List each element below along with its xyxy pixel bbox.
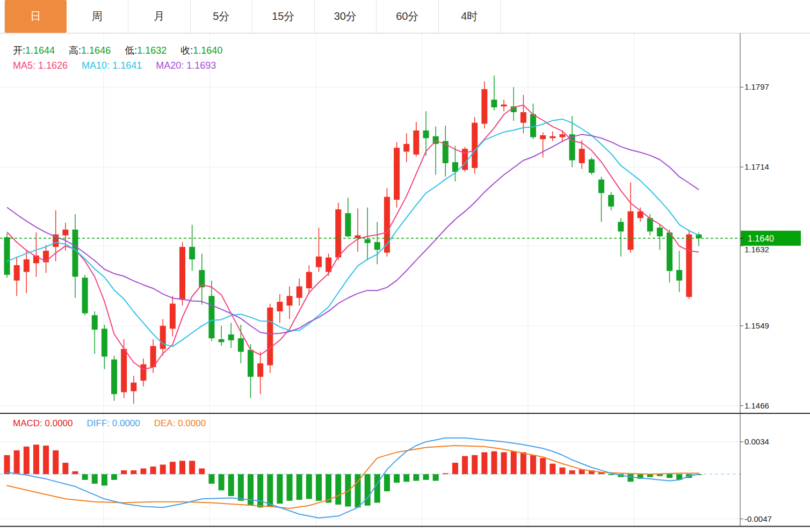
macd-bar bbox=[481, 452, 487, 474]
candle-body bbox=[491, 100, 497, 107]
macd-bar bbox=[296, 474, 302, 500]
candle-body bbox=[296, 286, 302, 298]
candle-body bbox=[62, 230, 68, 236]
candle-body bbox=[345, 213, 351, 236]
macd-bar bbox=[92, 474, 98, 484]
macd-bar bbox=[82, 474, 88, 480]
candle-body bbox=[82, 278, 88, 313]
macd-bar bbox=[433, 474, 439, 480]
macd-bar bbox=[306, 474, 312, 499]
macd-bar bbox=[443, 473, 449, 474]
candle-body bbox=[501, 105, 507, 107]
candle-body bbox=[72, 230, 78, 277]
candle-body bbox=[481, 89, 487, 124]
trading-chart-app: 1.17971.17141.16321.15491.14660.0034-0.0… bbox=[0, 0, 810, 532]
candle-body bbox=[365, 239, 371, 243]
macd-bar bbox=[403, 474, 409, 482]
candle-body bbox=[208, 296, 214, 338]
candle-body bbox=[589, 159, 595, 173]
macd-bar bbox=[43, 446, 49, 474]
macd-bar bbox=[335, 474, 341, 505]
tab-day[interactable]: 日 bbox=[4, 0, 67, 33]
candle-body bbox=[277, 302, 283, 311]
macd-bar bbox=[189, 461, 195, 474]
low-label: 低: bbox=[125, 45, 137, 56]
candle-body bbox=[92, 315, 98, 330]
candle-body bbox=[170, 304, 176, 329]
tab-4hour[interactable]: 4时 bbox=[439, 0, 501, 33]
macd-legend: MACD: 0.0000DIFF: 0.0000DEA: 0.0000 bbox=[13, 418, 220, 429]
current-price-tag-value: 1.1640 bbox=[748, 234, 774, 243]
candle-body bbox=[627, 212, 633, 250]
tab-30min[interactable]: 30分 bbox=[315, 0, 377, 33]
macd-bar bbox=[24, 447, 30, 474]
macd-bar bbox=[150, 467, 156, 474]
candle-body bbox=[228, 334, 234, 340]
open-value: 1.1644 bbox=[25, 45, 55, 56]
candle-body bbox=[676, 270, 682, 281]
ma10-value: 1.1641 bbox=[112, 60, 142, 71]
tab-5min[interactable]: 5分 bbox=[191, 0, 253, 33]
macd-bar bbox=[179, 461, 185, 474]
ma5-label: MA5: bbox=[13, 60, 35, 71]
candle-body bbox=[530, 114, 536, 137]
price-axis-label: 1.1797 bbox=[744, 82, 769, 91]
ma10-label: MA10: bbox=[82, 60, 110, 71]
candle-body bbox=[189, 247, 195, 259]
macd-bar bbox=[33, 444, 39, 474]
tab-15min[interactable]: 15分 bbox=[252, 0, 315, 33]
dea-label: DEA: bbox=[154, 418, 176, 428]
macd-axis-label: 0.0034 bbox=[744, 437, 769, 446]
candle-body bbox=[686, 235, 692, 297]
tab-week[interactable]: 周 bbox=[67, 0, 129, 33]
candle-body bbox=[657, 228, 663, 236]
macd-bar bbox=[238, 474, 244, 501]
candle-body bbox=[316, 257, 322, 267]
macd-bar bbox=[62, 463, 68, 474]
macd-bar bbox=[131, 470, 136, 474]
macd-bar bbox=[657, 474, 663, 476]
tab-month[interactable]: 月 bbox=[128, 0, 191, 33]
candle-body bbox=[335, 209, 341, 258]
macd-bar bbox=[345, 474, 351, 506]
macd-bar bbox=[53, 450, 59, 474]
macd-bar bbox=[257, 474, 263, 507]
candle-body bbox=[403, 144, 409, 151]
candle-body bbox=[472, 123, 478, 168]
price-axis-label: 1.1632 bbox=[744, 245, 769, 254]
macd-bar bbox=[121, 470, 127, 474]
low-value: 1.1632 bbox=[137, 45, 167, 56]
candle-body bbox=[559, 134, 565, 137]
macd-bar bbox=[627, 474, 633, 482]
candle-body bbox=[257, 363, 263, 377]
candle-body bbox=[598, 179, 604, 193]
macd-bar bbox=[248, 474, 254, 506]
candle-body bbox=[355, 235, 361, 238]
candle-body bbox=[267, 308, 273, 366]
price-axis-label: 1.1714 bbox=[744, 162, 769, 171]
open-label: 开: bbox=[13, 45, 25, 56]
candle-body bbox=[131, 383, 136, 391]
candle-body bbox=[520, 112, 526, 123]
macd-bar bbox=[14, 450, 20, 474]
ma20-label: MA20: bbox=[156, 60, 184, 71]
close-value: 1.1640 bbox=[193, 45, 222, 56]
candle-body bbox=[287, 296, 293, 305]
macd-bar bbox=[287, 474, 293, 501]
macd-bar bbox=[413, 474, 419, 480]
macd-bar bbox=[462, 456, 468, 475]
candle-body bbox=[179, 247, 185, 300]
macd-bar bbox=[160, 464, 166, 474]
high-label: 高: bbox=[69, 45, 81, 56]
candlestick-chart[interactable]: 1.17971.17141.16321.15491.14660.0034-0.0… bbox=[0, 0, 810, 532]
macd-axis-label: -0.0047 bbox=[744, 514, 772, 523]
macd-bar bbox=[667, 474, 672, 478]
tab-60min[interactable]: 60分 bbox=[377, 0, 439, 33]
close-label: 收: bbox=[180, 45, 193, 56]
macd-bar bbox=[559, 468, 565, 474]
macd-label: MACD: bbox=[13, 418, 42, 428]
candle-body bbox=[111, 360, 117, 395]
macd-bar bbox=[316, 474, 322, 501]
price-axis-label: 1.1549 bbox=[744, 321, 769, 330]
macd-bar bbox=[199, 469, 205, 475]
